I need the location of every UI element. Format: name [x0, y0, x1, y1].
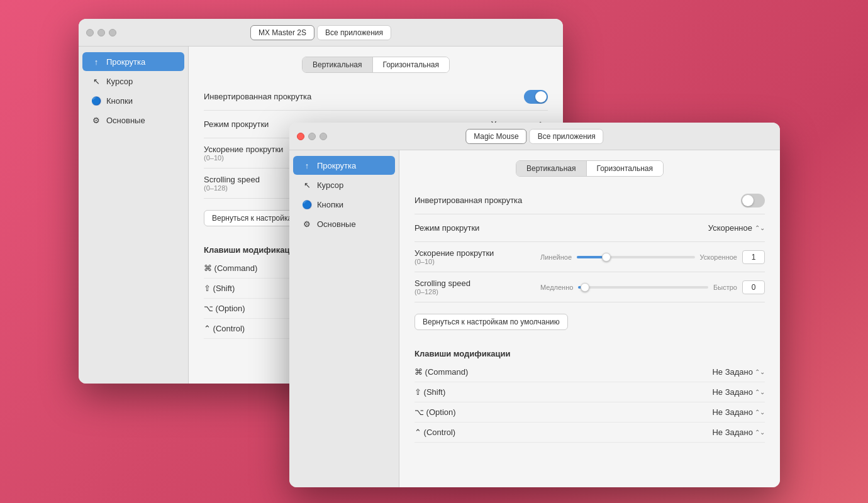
scroll-icon-2: ↑ — [302, 160, 312, 170]
option-key-2: ⌥ (Option) — [415, 407, 712, 417]
tab-all-apps-2[interactable]: Все приложения — [530, 129, 604, 144]
scrolling-speed-range-2: (0–128) — [415, 288, 540, 296]
option-value-2[interactable]: Не Задано ⌃⌄ — [712, 407, 765, 417]
sidebar-label-cursor-2: Курсор — [317, 180, 343, 190]
inverted-scroll-row-2: Инвертированная прокрутка — [415, 187, 765, 214]
reset-button-2[interactable]: Вернуться к настройкам по умолчанию — [415, 314, 568, 330]
accel-min-label-2: Линейное — [540, 253, 572, 261]
buttons-icon-2: 🔵 — [302, 199, 312, 209]
sidebar-item-basic-1[interactable]: ⚙ Основные — [82, 111, 184, 130]
inverted-scroll-label-1: Инвертированная прокрутка — [204, 92, 355, 101]
modifier-shift-2: ⇧ (Shift) Не Задано ⌃⌄ — [415, 382, 765, 402]
speed-slider-track-2[interactable] — [578, 286, 708, 289]
sidebar-label-basic-2: Основные — [317, 219, 356, 229]
option-arrow-2: ⌃⌄ — [755, 409, 765, 416]
window-magic-mouse[interactable]: Magic Mouse Все приложения ↑ Прокрутка ↖… — [289, 123, 780, 487]
tab-mx-master[interactable]: MX Master 2S — [250, 25, 314, 40]
titlebar-2: Magic Mouse Все приложения — [289, 123, 780, 150]
traffic-lights-1 — [86, 29, 116, 36]
scroll-tab-vertical-1[interactable]: Вертикальная — [303, 57, 373, 72]
scroll-icon-1: ↑ — [91, 57, 101, 67]
sidebar-item-cursor-2[interactable]: ↖ Курсор — [293, 175, 395, 194]
scroll-mode-label-2: Режим прокрутки — [415, 223, 565, 233]
scroll-accel-row-2: Ускорение прокрутки (0–10) Линейное Уско… — [415, 242, 765, 272]
accel-max-label-2: Ускоренное — [700, 253, 737, 261]
speed-slider-thumb-2[interactable] — [581, 283, 589, 292]
cursor-icon-1: ↖ — [91, 76, 101, 86]
scroll-tab-vertical-2[interactable]: Вертикальная — [516, 161, 587, 176]
tl-green-1[interactable] — [109, 29, 116, 36]
control-value-2[interactable]: Не Задано ⌃⌄ — [712, 428, 765, 437]
tab-all-apps-1[interactable]: Все приложения — [317, 25, 391, 40]
accel-slider-thumb-2[interactable] — [602, 253, 611, 262]
tab-container-2: Magic Mouse Все приложения — [465, 129, 603, 144]
modifier-keys-header-2: Клавиши модификации — [415, 341, 765, 362]
modifier-control-2: ⌃ (Control) Не Задано ⌃⌄ — [415, 423, 765, 443]
tl-yellow-1[interactable] — [97, 29, 105, 36]
sidebar-label-buttons-2: Кнопки — [317, 200, 343, 209]
cursor-icon-2: ↖ — [302, 180, 312, 190]
reset-button-container-2: Вернуться к настройкам по умолчанию — [415, 307, 765, 336]
sidebar-label-scroll-2: Прокрутка — [317, 161, 356, 170]
shift-key-2: ⇧ (Shift) — [415, 387, 712, 397]
scrolling-speed-row-2: Scrolling speed (0–128) Медленно Быстро … — [415, 272, 765, 302]
control-key-2: ⌃ (Control) — [415, 428, 712, 437]
gear-icon-2: ⚙ — [302, 219, 312, 229]
sidebar-1: ↑ Прокрутка ↖ Курсор 🔵 Кнопки ⚙ Основные — [79, 47, 189, 384]
speed-max-label-2: Быстро — [713, 284, 737, 291]
modifier-command-2: ⌘ (Command) Не Задано ⌃⌄ — [415, 362, 765, 382]
speed-value-box-2[interactable]: 0 — [742, 280, 765, 294]
sidebar-item-buttons-1[interactable]: 🔵 Кнопки — [82, 91, 184, 110]
scrolling-speed-label-2: Scrolling speed — [415, 279, 540, 288]
sidebar-item-buttons-2[interactable]: 🔵 Кнопки — [293, 195, 395, 214]
inverted-scroll-toggle-1[interactable] — [524, 90, 548, 104]
sidebar-item-cursor-1[interactable]: ↖ Курсор — [82, 72, 184, 91]
inverted-scroll-row-1: Инвертированная прокрутка — [204, 83, 548, 111]
sidebar-label-scroll-1: Прокрутка — [106, 57, 145, 67]
command-value-2[interactable]: Не Задано ⌃⌄ — [712, 367, 765, 377]
scroll-mode-value-2: Ускоренное — [708, 223, 752, 233]
modifier-option-2: ⌥ (Option) Не Задано ⌃⌄ — [415, 402, 765, 423]
buttons-icon-1: 🔵 — [91, 96, 101, 106]
inverted-scroll-toggle-2[interactable] — [741, 194, 765, 207]
scroll-mode-dropdown-2[interactable]: Ускоренное ⌃⌄ — [708, 223, 765, 233]
command-key-2: ⌘ (Command) — [415, 367, 712, 377]
dropdown-arrow-2: ⌃⌄ — [755, 224, 765, 231]
scroll-tab-horizontal-1[interactable]: Горизонтальная — [373, 57, 450, 72]
titlebar-1: MX Master 2S Все приложения — [79, 19, 563, 47]
sidebar-label-basic-1: Основные — [106, 116, 145, 125]
shift-arrow-2: ⌃⌄ — [755, 389, 765, 395]
scroll-accel-label-2: Ускорение прокрутки — [415, 248, 540, 258]
control-arrow-2: ⌃⌄ — [755, 429, 765, 436]
toggle-knob-1 — [535, 91, 547, 102]
scroll-accel-range-2: (0–10) — [415, 258, 540, 265]
scroll-tab-horizontal-2[interactable]: Горизонтальная — [587, 161, 664, 176]
window-body-2: ↑ Прокрутка ↖ Курсор 🔵 Кнопки ⚙ Основные… — [289, 150, 780, 487]
sidebar-label-buttons-1: Кнопки — [106, 96, 133, 106]
toggle-knob-2 — [742, 195, 754, 206]
command-arrow-2: ⌃⌄ — [755, 368, 765, 375]
accel-value-box-2[interactable]: 1 — [742, 250, 765, 264]
tl-green-2[interactable] — [320, 133, 327, 140]
speed-min-label-2: Медленно — [540, 284, 573, 291]
tl-red-1[interactable] — [86, 29, 94, 36]
sidebar-item-scroll-2[interactable]: ↑ Прокрутка — [293, 156, 395, 175]
scroll-mode-row-2: Режим прокрутки Ускоренное ⌃⌄ — [415, 214, 765, 242]
tab-magic-mouse[interactable]: Magic Mouse — [465, 129, 526, 144]
gear-icon-1: ⚙ — [91, 115, 101, 125]
sidebar-2: ↑ Прокрутка ↖ Курсор 🔵 Кнопки ⚙ Основные — [289, 150, 399, 487]
traffic-lights-2 — [297, 133, 327, 140]
sidebar-item-scroll-1[interactable]: ↑ Прокрутка — [82, 52, 184, 71]
tab-container-1: MX Master 2S Все приложения — [250, 25, 391, 40]
main-content-2: Вертикальная Горизонтальная Инвертирован… — [399, 150, 780, 487]
accel-slider-track-2[interactable] — [577, 256, 695, 258]
shift-value-2[interactable]: Не Задано ⌃⌄ — [712, 387, 765, 397]
tl-red-2[interactable] — [297, 133, 304, 140]
sidebar-item-basic-2[interactable]: ⚙ Основные — [293, 214, 395, 233]
tl-yellow-2[interactable] — [308, 133, 316, 140]
sidebar-label-cursor-1: Курсор — [106, 77, 133, 86]
inverted-scroll-label-2: Инвертированная прокрутка — [415, 196, 565, 205]
